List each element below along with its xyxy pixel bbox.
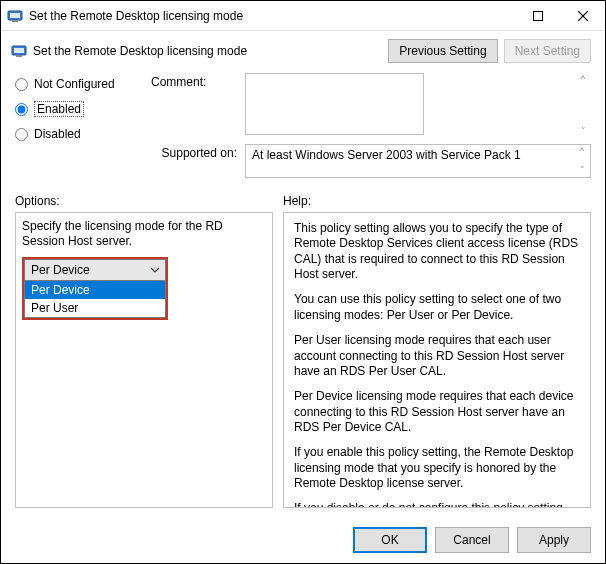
next-setting-button: Next Setting: [504, 39, 591, 63]
header-title: Set the Remote Desktop licensing mode: [33, 44, 247, 58]
comment-input[interactable]: [245, 73, 424, 135]
svg-rect-8: [16, 55, 22, 57]
apply-button[interactable]: Apply: [517, 527, 591, 553]
help-p4: Per Device licensing mode requires that …: [294, 389, 580, 435]
radio-not-configured-input[interactable]: [15, 78, 28, 91]
licensing-mode-dropdown[interactable]: Per Device: [24, 259, 166, 281]
title-bar: Set the Remote Desktop licensing mode: [1, 1, 605, 31]
help-label: Help:: [283, 194, 311, 208]
supported-value: At least Windows Server 2003 with Servic…: [252, 148, 521, 162]
window-title: Set the Remote Desktop licensing mode: [29, 9, 515, 23]
svg-rect-3: [533, 11, 542, 20]
state-radios: Not Configured Enabled Disabled: [15, 73, 143, 178]
previous-setting-button[interactable]: Previous Setting: [388, 39, 497, 63]
help-p6: If you disable or do not configure this …: [294, 501, 580, 508]
comment-scroll: ^˅: [577, 75, 589, 136]
radio-disabled-label: Disabled: [34, 127, 81, 141]
ok-button[interactable]: OK: [353, 527, 427, 553]
options-panel: Specify the licensing mode for the RD Se…: [15, 212, 273, 508]
radio-not-configured-label: Not Configured: [34, 77, 115, 91]
help-p2: You can use this policy setting to selec…: [294, 292, 580, 323]
footer-buttons: OK Cancel Apply: [353, 527, 591, 553]
licensing-mode-option-per-device[interactable]: Per Device: [25, 281, 165, 299]
policy-icon: [11, 43, 27, 59]
radio-disabled[interactable]: Disabled: [15, 127, 143, 141]
help-p3: Per User licensing mode requires that ea…: [294, 333, 580, 379]
section-labels: Options: Help:: [1, 184, 605, 212]
comment-row: Comment: ^˅: [151, 73, 591, 138]
radio-not-configured[interactable]: Not Configured: [15, 77, 143, 91]
app-icon: [7, 8, 23, 24]
config-area: Not Configured Enabled Disabled Comment:…: [1, 63, 605, 184]
svg-rect-2: [12, 20, 18, 22]
supported-row: Supported on: At least Windows Server 20…: [151, 144, 591, 178]
supported-label: Supported on:: [151, 144, 237, 160]
svg-rect-1: [10, 13, 20, 18]
config-right: Comment: ^˅ Supported on: At least Windo…: [151, 73, 591, 178]
licensing-mode-selected: Per Device: [31, 263, 90, 277]
licensing-mode-option-per-user[interactable]: Per User: [25, 299, 165, 317]
cancel-button[interactable]: Cancel: [435, 527, 509, 553]
radio-disabled-input[interactable]: [15, 128, 28, 141]
options-instruction: Specify the licensing mode for the RD Se…: [22, 219, 266, 249]
close-button[interactable]: [560, 1, 605, 30]
nav-buttons: Previous Setting Next Setting: [388, 39, 591, 63]
header-row: Set the Remote Desktop licensing mode Pr…: [1, 31, 605, 63]
licensing-mode-dropdown-highlight: Per Device Per Device Per User: [22, 257, 168, 320]
radio-enabled-label: Enabled: [34, 101, 84, 117]
help-p5: If you enable this policy setting, the R…: [294, 445, 580, 491]
options-label: Options:: [15, 194, 273, 208]
panels-row: Specify the licensing mode for the RD Se…: [1, 212, 605, 508]
supported-box: At least Windows Server 2003 with Servic…: [245, 144, 591, 178]
radio-enabled-input[interactable]: [15, 103, 28, 116]
maximize-button[interactable]: [515, 1, 560, 30]
chevron-down-icon: [151, 263, 159, 277]
licensing-mode-list: Per Device Per User: [24, 281, 166, 318]
supported-scroll: ^˅: [576, 147, 588, 175]
comment-label: Comment:: [151, 73, 237, 89]
window-buttons: [515, 1, 605, 30]
header-left: Set the Remote Desktop licensing mode: [11, 43, 388, 59]
svg-rect-7: [14, 48, 24, 53]
radio-enabled[interactable]: Enabled: [15, 101, 143, 117]
help-p1: This policy setting allows you to specif…: [294, 221, 580, 282]
help-panel: This policy setting allows you to specif…: [283, 212, 591, 508]
